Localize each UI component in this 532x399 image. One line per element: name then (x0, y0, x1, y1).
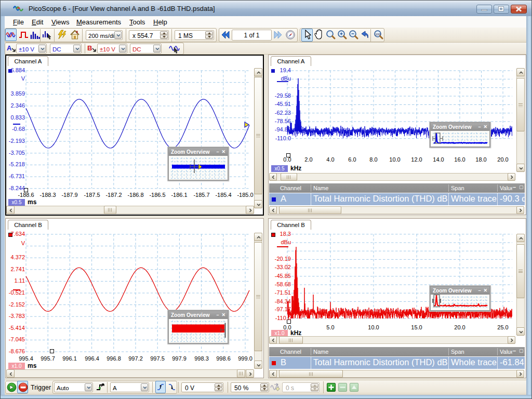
svg-text:100: 100 (376, 33, 381, 36)
